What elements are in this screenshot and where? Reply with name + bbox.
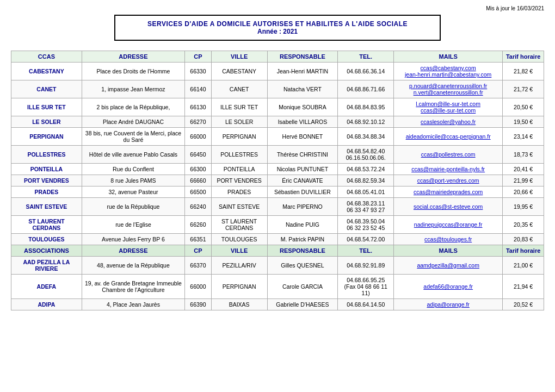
ccas-name: LE SOLER — [11, 116, 82, 128]
assoc-col2: ADRESSE — [82, 245, 184, 257]
assoc-name: ADIPA — [11, 299, 82, 310]
ccas-ville: SAINT ESTEVE — [211, 198, 267, 216]
ccas-ville: TOULOUGES — [211, 234, 267, 245]
ccas-tarif: 20,83 € — [503, 234, 544, 245]
assoc-adresse: 4, Place Jean Jaurès — [82, 299, 184, 310]
assoc-tel: 04.68.92.91.89 — [338, 257, 394, 275]
ccas-tel: 04.68.92.10.12 — [338, 116, 394, 128]
ccas-mails: ccas@port-vendres.com — [394, 175, 503, 186]
ccas-cp: 66351 — [185, 234, 212, 245]
ccas-ville: ILLE SUR TET — [211, 98, 267, 116]
ccas-ville: PORT VENDRES — [211, 175, 267, 186]
assoc-ville: BAIXAS — [211, 299, 267, 310]
ccas-cp: 66660 — [185, 175, 212, 186]
assoc-mails: adefa66@orange.fr — [394, 275, 503, 299]
ccas-resp: M. Patrick PAPIN — [267, 234, 338, 245]
table-row: LE SOLER Place André DAUGNAC 66270 LE SO… — [11, 116, 544, 128]
ccas-name: CANET — [11, 80, 82, 98]
ccas-resp: Nicolas PUNTUNET — [267, 164, 338, 175]
ccas-name: ILLE SUR TET — [11, 98, 82, 116]
table-row: TOULOUGES Avenue Jules Ferry BP 6 66351 … — [11, 234, 544, 245]
ccas-tarif: 20,50 € — [503, 98, 544, 116]
update-line: Mis à jour le 16/03/2021 — [11, 5, 544, 11]
ccas-adresse: Avenue Jules Ferry BP 6 — [82, 234, 184, 245]
table-row: PONTEILLA Rue du Conflent 66300 PONTEILL… — [11, 164, 544, 175]
ccas-adresse: rue de l'Eglise — [82, 216, 184, 234]
ccas-tarif: 21,82 € — [503, 63, 544, 80]
ccas-adresse: rue de la République — [82, 198, 184, 216]
ccas-tel: 04.68.34.88.34 — [338, 128, 394, 146]
assoc-adresse: 48, avenue de la République — [82, 257, 184, 275]
table-row: ST LAURENT CERDANS rue de l'Eglise 66260… — [11, 216, 544, 234]
ccas-mails: p.nouard@canetenroussillon.frn.vert@cane… — [394, 80, 503, 98]
ccas-cp: 66130 — [185, 98, 212, 116]
assoc-ville: PERPIGNAN — [211, 275, 267, 299]
ccas-ville: CANET — [211, 80, 267, 98]
main-table: CCAS ADRESSE CP VILLE RESPONSABLE TEL. M… — [11, 51, 544, 310]
assoc-name: ADEFA — [11, 275, 82, 299]
main-title-box: SERVICES D'AIDE A DOMICILE AUTORISES ET … — [114, 15, 441, 41]
col-header-ccas: CCAS — [11, 51, 82, 63]
ccas-resp: Monique SOUBRA — [267, 98, 338, 116]
assoc-col6: TEL. — [338, 245, 394, 257]
assoc-col5: RESPONSABLE — [267, 245, 338, 257]
ccas-adresse: 38 bis, rue Couvent de la Merci, place d… — [82, 128, 184, 146]
ccas-name: TOULOUGES — [11, 234, 82, 245]
ccas-ville: PONTEILLA — [211, 164, 267, 175]
ccas-cp: 66000 — [185, 128, 212, 146]
ccas-ville: ST LAURENT CERDANS — [211, 216, 267, 234]
ccas-name: CABESTANY — [11, 63, 82, 80]
ccas-tarif: 21,72 € — [503, 80, 544, 98]
ccas-resp: Jean-Henri MARTIN — [267, 63, 338, 80]
assoc-adresse: 19, av. de Grande Bretagne Immeuble Cham… — [82, 275, 184, 299]
ccas-mails: ccas@cabestany.comjean-henri.martin@cabe… — [394, 63, 503, 80]
ccas-adresse: 1, impasse Jean Mermoz — [82, 80, 184, 98]
title-line1: SERVICES D'AIDE A DOMICILE AUTORISES ET … — [126, 20, 429, 28]
ccas-tarif: 21,99 € — [503, 175, 544, 186]
table-row: AAD PEZILLA LA RIVIERE 48, avenue de la … — [11, 257, 544, 275]
assoc-tarif: 20,52 € — [503, 299, 544, 310]
assoc-tarif: 21,00 € — [503, 257, 544, 275]
ccas-resp: Marc PIPERNO — [267, 198, 338, 216]
ccas-mails: aideadomicile@ccas-perpignan.fr — [394, 128, 503, 146]
ccas-tel: 04.68.54.82.40 06.16.50.06.06. — [338, 146, 394, 164]
ccas-name: PRADES — [11, 186, 82, 198]
ccas-ville: POLLESTRES — [211, 146, 267, 164]
ccas-tarif: 20,35 € — [503, 216, 544, 234]
ccas-adresse: Place André DAUGNAC — [82, 116, 184, 128]
assoc-col1: ASSOCIATIONS — [11, 245, 82, 257]
table-row: CABESTANY Place des Droits de l'Homme 66… — [11, 63, 544, 80]
ccas-adresse: 2 bis place de la République, — [82, 98, 184, 116]
ccas-ville: LE SOLER — [211, 116, 267, 128]
col-header-tel: TEL. — [338, 51, 394, 63]
ccas-mails: ccas@mairie-ponteilla-nyls.fr — [394, 164, 503, 175]
ccas-tel: 04.68.84.83.95 — [338, 98, 394, 116]
assoc-mails: aamdpezilla@gmail.com — [394, 257, 503, 275]
ccas-tel: 04.68.39.50.04 06 32 23 52 45 — [338, 216, 394, 234]
ccas-cp: 66500 — [185, 186, 212, 198]
ccas-cp: 66300 — [185, 164, 212, 175]
ccas-tel: 04.68.53.72.24 — [338, 164, 394, 175]
ccas-tarif: 20,66 € — [503, 186, 544, 198]
col-header-cp: CP — [185, 51, 212, 63]
col-header-resp: RESPONSABLE — [267, 51, 338, 63]
ccas-name: POLLESTRES — [11, 146, 82, 164]
col-header-mails: MAILS — [394, 51, 503, 63]
table-row: SAINT ESTEVE rue de la République 66240 … — [11, 198, 544, 216]
ccas-tarif: 20,41 € — [503, 164, 544, 175]
ccas-tel: 04.68.82.59.34 — [338, 175, 394, 186]
ccas-tel: 04.68.86.71.66 — [338, 80, 394, 98]
associations-section-header: ASSOCIATIONS ADRESSE CP VILLE RESPONSABL… — [11, 245, 544, 257]
ccas-adresse: 8 rue Jules PAMS — [82, 175, 184, 186]
assoc-col4: VILLE — [211, 245, 267, 257]
ccas-name: SAINT ESTEVE — [11, 198, 82, 216]
ccas-adresse: Rue du Conflent — [82, 164, 184, 175]
ccas-mails: ccas@pollestres.com — [394, 146, 503, 164]
table-row: POLLESTRES Hôtel de ville avenue Pablo C… — [11, 146, 544, 164]
col-header-adresse: ADRESSE — [82, 51, 184, 63]
ccas-name: PORT VENDRES — [11, 175, 82, 186]
ccas-tel: 04.68.54.72.00 — [338, 234, 394, 245]
table-row: CANET 1, impasse Jean Mermoz 66140 CANET… — [11, 80, 544, 98]
ccas-adresse: Place des Droits de l'Homme — [82, 63, 184, 80]
ccas-cp: 66450 — [185, 146, 212, 164]
